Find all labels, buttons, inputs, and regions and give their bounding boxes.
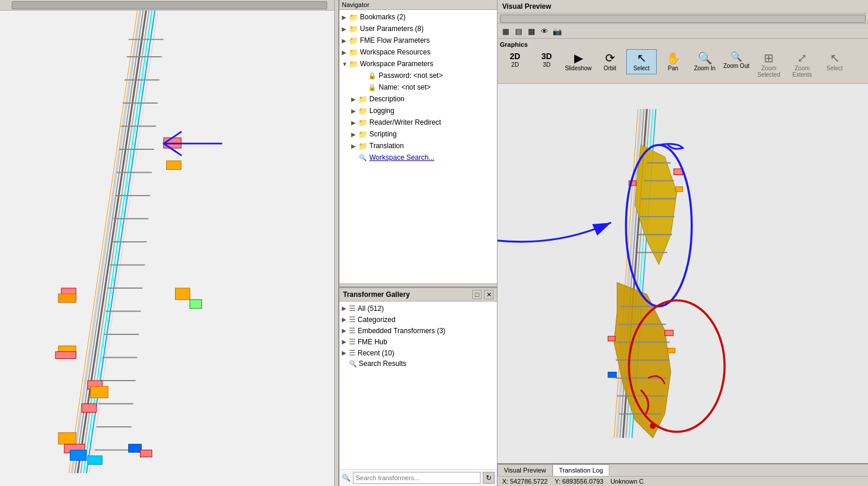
gallery-item-embedded[interactable]: ▶ ☰ Embedded Transformers (3) [339,325,497,336]
tree-item-description[interactable]: ▶ 📁 Description [339,93,497,105]
expand-icon-user-params: ▶ [342,26,349,32]
tree-item-logging[interactable]: ▶ 📁 Logging [339,105,497,117]
svg-rect-68 [665,330,673,336]
gallery-footer: 🔍 ↻ [339,469,497,486]
tree-item-workspace-parameters[interactable]: ▼ 📁 Workspace Parameters [339,58,497,70]
svg-rect-43 [140,450,152,457]
tree-item-reader-writer[interactable]: ▶ 📁 Reader/Writer Redirect [339,117,497,128]
tab-bar: Visual Preview Translation Log [498,463,868,476]
icon-3d: 3D [541,52,552,60]
svg-rect-28 [167,161,181,170]
top-scrollbar-area[interactable] [498,13,868,24]
folder-icon-bookmarks: 📁 [349,12,358,22]
tree-item-scripting[interactable]: ▶ 📁 Scripting [339,128,497,140]
button-3d[interactable]: 3D 3D [531,49,562,71]
scrollbar-thumb[interactable] [12,1,327,9]
folder-icon-description: 📁 [358,94,368,104]
label-zoom-selected: Zoom Selected [754,65,783,78]
expand-icon-gallery-categorized: ▶ [342,316,349,323]
svg-rect-37 [82,404,97,413]
horizontal-scrollbar[interactable] [0,0,339,11]
svg-rect-69 [668,348,675,353]
list-icon-all: ☰ [349,304,356,313]
label-password: Password: <not set> [379,71,442,80]
svg-rect-31 [175,288,190,300]
tree-item-user-params[interactable]: ▶ 📁 User Parameters (8) [339,23,497,35]
label-gallery-search-results: Search Results [359,360,406,368]
icon-select-2: ↖ [830,52,840,64]
tab-visual-preview[interactable]: Visual Preview [498,464,553,476]
gallery-close-button[interactable]: ✕ [484,290,493,299]
lock-icon-name: 🔒 [368,83,377,92]
tree-item-workspace-resources[interactable]: ▶ 📁 Workspace Resources [339,46,497,58]
table-view-icon[interactable]: ▦ [500,25,512,37]
eye-view-icon[interactable]: 👁 [538,25,550,37]
gallery-item-all[interactable]: ▶ ☰ All (512) [339,303,497,314]
tree-item-workspace-search[interactable]: 🔍 Workspace Search... [339,152,497,163]
camera-icon[interactable]: 📷 [551,25,563,37]
tree-item-bookmarks[interactable]: ▶ 📁 Bookmarks (2) [339,11,497,23]
expand-icon-workspace-resources: ▶ [342,49,349,56]
preview-viewport[interactable] [498,84,868,463]
button-select[interactable]: ↖ Select [626,49,657,74]
button-2d[interactable]: 2D 2D [500,49,530,71]
svg-rect-44 [498,109,868,438]
gallery-item-fme-hub[interactable]: ▶ ☰ FME Hub [339,336,497,347]
tree-item-fme-flow[interactable]: ▶ 📁 FME Flow Parameters [339,35,497,46]
detail-view-icon[interactable]: ▩ [526,25,537,37]
status-y: Y: 6893556.0793 [555,478,603,485]
grid-view-icon[interactable]: ▤ [513,25,524,37]
svg-rect-36 [91,386,108,398]
expand-icon-translation: ▶ [351,143,358,149]
list-icon-fme-hub: ☰ [349,337,356,346]
tree-item-name[interactable]: 🔒 Name: <not set> [339,81,497,93]
status-bar: X: 542786.5722 Y: 6893556.0793 Unknown C [498,476,868,486]
tree-item-password[interactable]: 🔒 Password: <not set> [339,70,497,81]
scrollbar-thumb-top[interactable] [500,15,866,23]
gallery-item-recent[interactable]: ▶ ☰ Recent (10) [339,347,497,358]
button-select-2[interactable]: ↖ Select [819,49,850,74]
button-orbit[interactable]: ⟳ Orbit [595,49,625,74]
expand-icon-reader-writer: ▶ [351,119,358,126]
svg-point-74 [650,423,656,429]
navigator-header: Navigator [339,0,497,10]
gallery-header: Transformer Gallery □ ✕ [339,288,497,302]
button-zoom-in[interactable]: 🔍 Zoom In [689,49,720,74]
navigator-title: Navigator [342,1,369,8]
transformer-search-input[interactable] [353,472,481,484]
label-gallery-embedded: Embedded Transformers (3) [358,327,445,335]
button-zoom-extents[interactable]: ⤢ Zoom Extents [786,49,818,81]
folder-icon-workspace-resources: 📁 [349,47,358,57]
visual-preview-header: Visual Preview [498,0,868,13]
gallery-minimize-button[interactable]: □ [472,290,482,299]
folder-icon-scripting: 📁 [358,129,368,139]
label-select-2: Select [826,65,843,71]
folder-icon-user-params: 📁 [349,24,358,33]
gallery-item-search-results[interactable]: 🔍 Search Results [339,358,497,369]
preview-svg [498,84,868,463]
expand-icon-logging: ▶ [351,108,358,114]
icon-2d: 2D [510,52,520,60]
status-x: X: 542786.5722 [502,478,548,485]
graphics-buttons-row: 2D 2D 3D 3D ▶ Slideshow ⟳ Orbit [500,49,866,81]
vertical-splitter-left[interactable] [334,0,339,486]
svg-rect-59 [675,187,682,191]
button-slideshow[interactable]: ▶ Slideshow [563,49,593,74]
button-zoom-out[interactable]: 🔍 Zoom Out [721,49,752,72]
tree-item-translation[interactable]: ▶ 📁 Translation [339,140,497,152]
gallery-title: Transformer Gallery [343,290,410,299]
button-zoom-selected[interactable]: ⊞ Zoom Selected [753,49,785,81]
label-slideshow: Slideshow [565,65,592,71]
tab-translation-log[interactable]: Translation Log [553,464,609,476]
label-select: Select [633,65,650,71]
expand-icon-scripting: ▶ [351,131,358,138]
svg-rect-34 [56,352,76,359]
list-icon-embedded: ☰ [349,326,356,335]
expand-icon-gallery-fme-hub: ▶ [342,338,349,345]
label-translation: Translation [369,142,404,150]
status-unknown: Unknown C [610,478,644,485]
button-pan[interactable]: ✋ Pan [658,49,688,74]
label-zoom-out: Zoom Out [723,63,749,69]
refresh-button[interactable]: ↻ [483,472,495,484]
gallery-item-categorized[interactable]: ▶ ☰ Categorized [339,314,497,325]
